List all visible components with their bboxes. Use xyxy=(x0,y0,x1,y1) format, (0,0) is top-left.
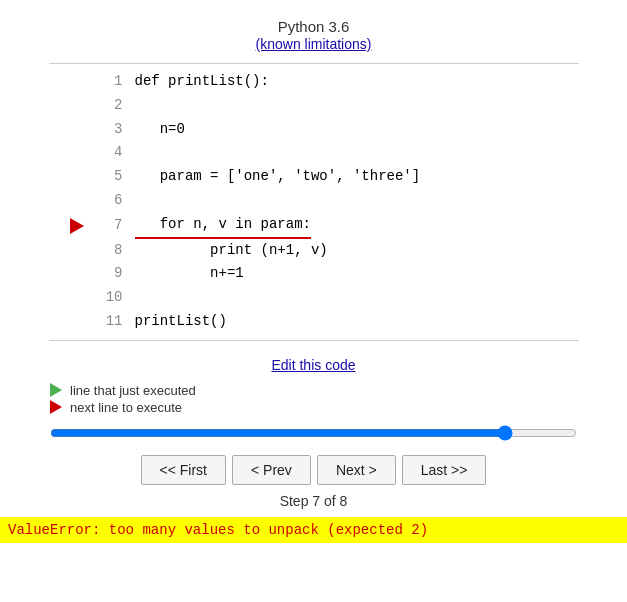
legend: line that just executed next line to exe… xyxy=(50,383,577,417)
line-code-7: for n, v in param: xyxy=(135,213,311,239)
step-slider[interactable] xyxy=(50,425,577,441)
legend-red: next line to execute xyxy=(50,400,577,415)
code-line-3: 3 n=0 xyxy=(49,118,579,142)
legend-green-label: line that just executed xyxy=(70,383,196,398)
line-code-8: print (n+1, v) xyxy=(135,239,328,263)
error-message: ValueError: too many values to unpack (e… xyxy=(0,517,627,543)
line-num-9: 9 xyxy=(95,262,123,286)
line-num-6: 6 xyxy=(95,189,123,213)
line-num-4: 4 xyxy=(95,141,123,165)
red-arrow-line-7 xyxy=(70,218,84,234)
code-line-10: 10 xyxy=(49,286,579,310)
arrow-area-7 xyxy=(59,218,95,234)
red-arrow-icon xyxy=(50,400,62,414)
legend-green: line that just executed xyxy=(50,383,577,398)
line-num-2: 2 xyxy=(95,94,123,118)
line-num-11: 11 xyxy=(95,310,123,334)
header: Python 3.6 (known limitations) xyxy=(256,18,372,53)
code-line-2: 2 xyxy=(49,94,579,118)
known-limitations-link[interactable]: (known limitations) xyxy=(256,36,372,52)
code-line-1: 1def printList(): xyxy=(49,70,579,94)
code-line-8: 8 print (n+1, v) xyxy=(49,239,579,263)
code-line-6: 6 xyxy=(49,189,579,213)
last-button[interactable]: Last >> xyxy=(402,455,487,485)
step-slider-container[interactable] xyxy=(50,425,577,445)
step-info: Step 7 of 8 xyxy=(280,493,348,509)
prev-button[interactable]: < Prev xyxy=(232,455,311,485)
line-code-9: n+=1 xyxy=(135,262,244,286)
code-block: 1def printList():23 n=045 param = ['one'… xyxy=(49,63,579,341)
line-code-5: param = ['one', 'two', 'three'] xyxy=(135,165,421,189)
code-line-7: 7 for n, v in param: xyxy=(49,213,579,239)
header-title: Python 3.6 xyxy=(256,18,372,35)
legend-red-label: next line to execute xyxy=(70,400,182,415)
line-code-1: def printList(): xyxy=(135,70,269,94)
code-line-4: 4 xyxy=(49,141,579,165)
code-line-5: 5 param = ['one', 'two', 'three'] xyxy=(49,165,579,189)
next-button[interactable]: Next > xyxy=(317,455,396,485)
line-code-11: printList() xyxy=(135,310,227,334)
navigation-buttons: << First < Prev Next > Last >> xyxy=(141,455,487,485)
green-arrow-icon xyxy=(50,383,62,397)
line-num-10: 10 xyxy=(95,286,123,310)
line-num-8: 8 xyxy=(95,239,123,263)
line-num-7: 7 xyxy=(95,214,123,238)
edit-link[interactable]: Edit this code xyxy=(271,357,355,373)
first-button[interactable]: << First xyxy=(141,455,226,485)
line-num-3: 3 xyxy=(95,118,123,142)
code-line-9: 9 n+=1 xyxy=(49,262,579,286)
code-line-11: 11printList() xyxy=(49,310,579,334)
line-num-5: 5 xyxy=(95,165,123,189)
line-code-3: n=0 xyxy=(135,118,185,142)
line-num-1: 1 xyxy=(95,70,123,94)
